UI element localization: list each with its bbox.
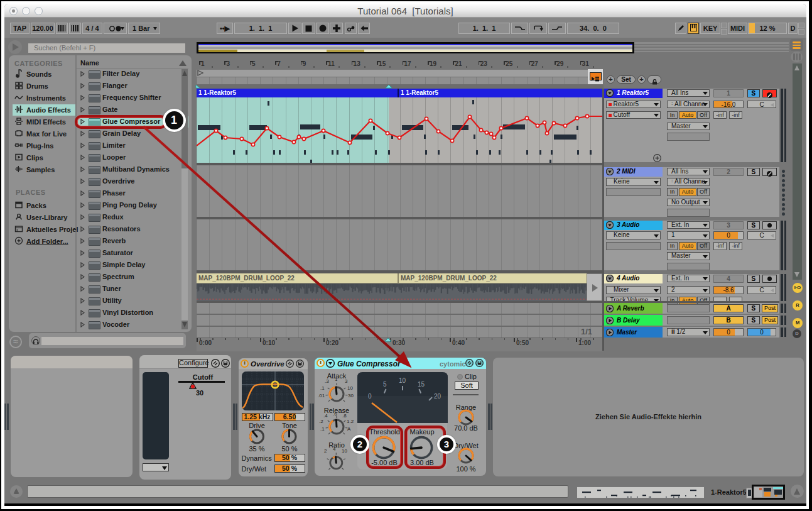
svg-text:0: 0: [368, 393, 372, 400]
svg-text:20: 20: [434, 393, 441, 400]
svg-text:10: 10: [399, 377, 406, 384]
svg-text:5: 5: [383, 381, 387, 388]
svg-text:15: 15: [418, 381, 425, 388]
